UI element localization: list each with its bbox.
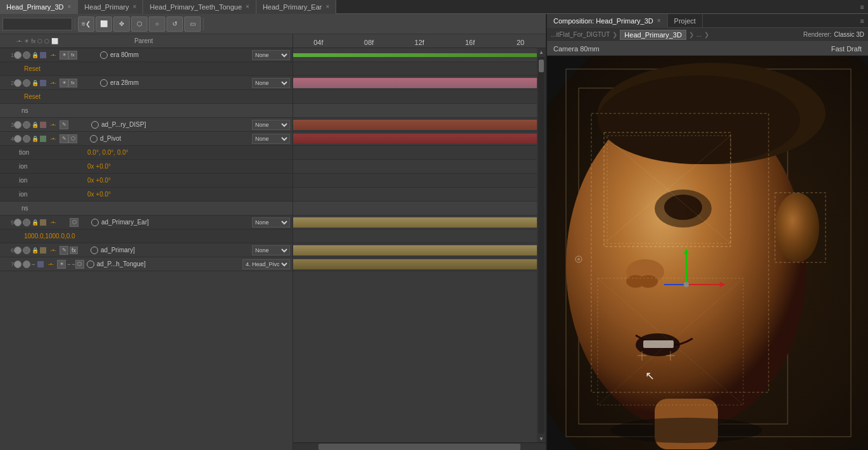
switch-btn[interactable]: -•- (48, 51, 58, 59)
close-icon[interactable]: × (133, 3, 137, 10)
tab-head-primary[interactable]: Head_Primary × (78, 0, 143, 14)
parent-dropdown-head-primary[interactable]: None (252, 245, 290, 255)
comp-tab-close[interactable]: × (657, 17, 661, 24)
parent-dropdown-head-teeth[interactable]: 4. Head_Pivo (242, 259, 290, 269)
parent-dropdown-camera80[interactable]: None (252, 50, 290, 60)
switch-btn-6[interactable]: -•- (48, 247, 58, 254)
lock-icon[interactable]: 🔒 (32, 52, 39, 58)
switch-btn-5[interactable]: -•- (48, 219, 58, 226)
spacer9 (80, 218, 89, 227)
parent-dropdown-head-pivot[interactable]: None (252, 134, 290, 144)
cube-icon[interactable]: ⬡ (68, 134, 77, 143)
close-icon[interactable]: × (67, 3, 71, 10)
solo-toggle-3[interactable] (23, 121, 30, 129)
layer-num-5: 5 (3, 219, 14, 226)
toolbar-btn-6[interactable]: ↺ (167, 16, 183, 32)
sun-icon[interactable]: ☀ (60, 51, 68, 60)
toolbar-btn-5[interactable]: ○ (149, 16, 165, 32)
timeline-row-1 (293, 62, 537, 76)
clock-icon[interactable] (100, 51, 108, 59)
clock-icon-5[interactable] (91, 219, 99, 226)
layer-num: 1 (3, 52, 14, 58)
clock-icon-3[interactable] (91, 121, 99, 129)
solo-toggle-4[interactable] (23, 135, 30, 143)
toolbar-btn-1[interactable]: ≡❮ (78, 16, 94, 32)
spacer2 (89, 51, 97, 60)
tab-head-primary-3d[interactable]: Head_Primary_3D × (0, 0, 78, 14)
reset-label-1[interactable]: Reset (24, 65, 41, 72)
timeline-bar-tan3 (293, 259, 537, 269)
prop-row-opacity: ion 0x +0.0° (0, 188, 292, 202)
sun-icon-2[interactable]: ☀ (60, 79, 68, 87)
layer-name-head-teeth: ad_P...h_Tongue] (97, 260, 242, 267)
clock-icon-7[interactable] (87, 260, 94, 268)
sun-icon-3[interactable]: ☀ (57, 260, 66, 269)
project-tab-label: Project (674, 17, 696, 25)
lock-icon-3[interactable]: 🔒 (32, 122, 39, 128)
pencil-icon-2[interactable]: ✎ (60, 134, 68, 143)
visibility-toggle-6[interactable] (14, 247, 22, 254)
solo-toggle[interactable] (23, 51, 30, 59)
cube-icon-2[interactable]: ⬡ (70, 218, 79, 227)
tab-composition[interactable]: Composition: Head_Primary_3D × (547, 14, 668, 28)
solo-toggle-2[interactable] (23, 79, 30, 87)
visibility-toggle-7[interactable] (14, 260, 22, 268)
timeline-row-2 (293, 76, 537, 90)
tab-head-primary-ear[interactable]: Head_Primary_Ear × (256, 0, 336, 14)
switch-btn-4[interactable]: -•- (48, 135, 58, 143)
ruler-mark-08: 08f (344, 39, 394, 46)
timeline-row-14 (293, 243, 537, 257)
svg-point-10 (664, 195, 702, 220)
spacer8 (61, 218, 70, 227)
scroll-down-arrow[interactable]: ▼ (538, 435, 545, 442)
visibility-toggle-2[interactable] (14, 79, 22, 87)
close-icon[interactable]: × (325, 3, 329, 10)
tab-project[interactable]: Project (668, 14, 703, 28)
fx-label[interactable]: fx (68, 51, 77, 60)
timeline-bar-darkred (293, 120, 537, 130)
visibility-toggle-3[interactable] (14, 121, 22, 129)
toolbar-btn-2[interactable]: ⬜ (96, 16, 112, 32)
lock-icon-6[interactable]: 🔒 (32, 247, 39, 254)
parent-dropdown-head-ear[interactable]: None (252, 217, 290, 228)
solo-toggle-5[interactable] (23, 219, 30, 226)
scroll-up-arrow[interactable]: ▲ (538, 48, 545, 56)
solo-toggle-6[interactable] (23, 247, 30, 254)
tab-label: Head_Primary_3D (6, 3, 63, 11)
clock-icon-2[interactable] (100, 79, 108, 87)
scroll-thumb[interactable] (539, 60, 544, 72)
lock-icon-2[interactable]: 🔒 (32, 80, 39, 86)
close-icon[interactable]: × (246, 3, 249, 10)
visibility-toggle-4[interactable] (14, 135, 22, 143)
timeline-mini-bar[interactable] (318, 444, 520, 450)
reset-label-2[interactable]: Reset (24, 93, 41, 100)
parent-dropdown-camera28[interactable]: None (252, 78, 290, 88)
viewport-3d[interactable]: ↖ (547, 56, 868, 450)
ruler-label-16: 16f (465, 39, 475, 46)
fx-label-2[interactable]: fx (68, 79, 77, 87)
switch-btn-7[interactable]: -•- (46, 260, 56, 268)
lock-icon-4[interactable]: 🔒 (32, 136, 39, 142)
clock-icon-4[interactable] (90, 135, 97, 143)
layer-color-5 (40, 219, 46, 226)
search-input[interactable] (3, 18, 72, 30)
clock-icon-6[interactable] (91, 247, 98, 254)
visibility-toggle[interactable] (14, 51, 22, 59)
solo-toggle-7[interactable] (23, 260, 30, 268)
cube-icon-3[interactable]: ⬡ (75, 260, 84, 269)
pencil-icon[interactable]: ✎ (60, 120, 68, 129)
visibility-toggle-5[interactable] (14, 219, 22, 226)
switch-btn-2[interactable]: -•- (48, 79, 58, 87)
toolbar-btn-4[interactable]: ⬡ (131, 16, 148, 32)
switch-btn-3[interactable]: -•- (48, 121, 58, 129)
toolbar-btn-7[interactable]: ▭ (184, 16, 201, 32)
right-tab-menu-btn[interactable]: ≡ (857, 17, 868, 25)
lock-icon-5[interactable]: 🔒 (32, 219, 39, 226)
tab-head-primary-teeth[interactable]: Head_Primary_Teeth_Tongue × (143, 0, 256, 14)
timeline-row-13 (293, 229, 537, 243)
parent-dropdown-head-disp[interactable]: None (252, 120, 290, 130)
tab-menu-button[interactable]: ≡ (857, 3, 868, 11)
comp-name-badge[interactable]: Head_Primary_3D (620, 30, 686, 40)
toolbar-btn-3[interactable]: ✥ (113, 16, 130, 32)
pencil-icon-3[interactable]: ✎ (60, 246, 68, 255)
